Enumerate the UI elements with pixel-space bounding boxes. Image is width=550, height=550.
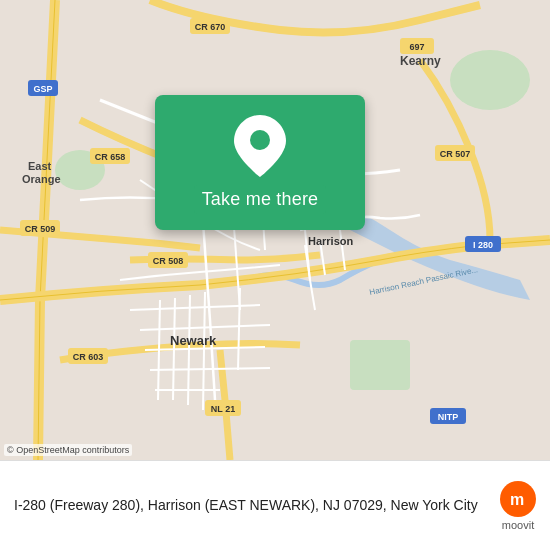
svg-text:CR 509: CR 509 bbox=[25, 224, 56, 234]
moovit-icon: m bbox=[500, 481, 536, 517]
svg-text:Kearny: Kearny bbox=[400, 54, 441, 68]
address-line: I-280 (Freeway 280), Harrison (EAST NEWA… bbox=[14, 496, 488, 516]
svg-text:Newark: Newark bbox=[170, 333, 217, 348]
svg-text:NL 21: NL 21 bbox=[211, 404, 235, 414]
svg-rect-3 bbox=[350, 340, 410, 390]
svg-text:CR 603: CR 603 bbox=[73, 352, 104, 362]
moovit-logo: m moovit bbox=[500, 481, 536, 531]
svg-text:CR 670: CR 670 bbox=[195, 22, 226, 32]
svg-text:m: m bbox=[510, 491, 524, 508]
location-pin-icon bbox=[234, 115, 286, 177]
svg-point-1 bbox=[450, 50, 530, 110]
svg-text:697: 697 bbox=[409, 42, 424, 52]
moovit-m-icon: m bbox=[507, 488, 529, 510]
svg-text:GSP: GSP bbox=[33, 84, 52, 94]
svg-text:Orange: Orange bbox=[22, 173, 61, 185]
bottom-bar: I-280 (Freeway 280), Harrison (EAST NEWA… bbox=[0, 460, 550, 550]
svg-text:East: East bbox=[28, 160, 52, 172]
osm-attribution: © OpenStreetMap contributors bbox=[4, 444, 132, 456]
svg-text:NITP: NITP bbox=[438, 412, 459, 422]
svg-text:CR 508: CR 508 bbox=[153, 256, 184, 266]
svg-text:CR 507: CR 507 bbox=[440, 149, 471, 159]
overlay-card: Take me there bbox=[155, 95, 365, 230]
map-container: CR 670 697 CR 658 CR 507 CR 509 CR 508 I… bbox=[0, 0, 550, 460]
svg-text:CR 658: CR 658 bbox=[95, 152, 126, 162]
svg-point-32 bbox=[250, 130, 270, 150]
moovit-label: moovit bbox=[502, 519, 534, 531]
svg-text:Harrison: Harrison bbox=[308, 235, 354, 247]
bottom-text: I-280 (Freeway 280), Harrison (EAST NEWA… bbox=[14, 496, 488, 516]
take-me-there-button[interactable]: Take me there bbox=[194, 185, 327, 214]
pin-area bbox=[225, 111, 295, 181]
svg-text:I 280: I 280 bbox=[473, 240, 493, 250]
